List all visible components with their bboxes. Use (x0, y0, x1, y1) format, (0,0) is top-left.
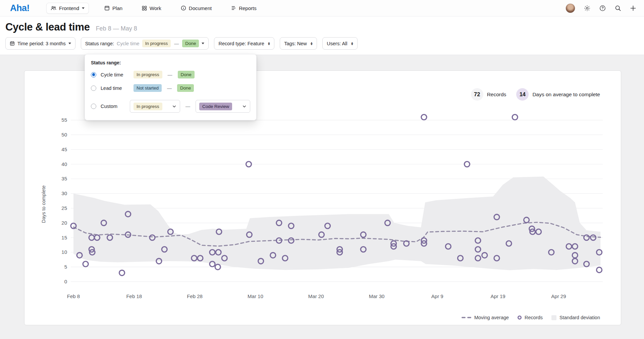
record-type-filter[interactable]: Record type: Feature ▲▼ (214, 37, 274, 50)
select-arrows-icon: ▲▼ (310, 42, 313, 45)
custom-from-select[interactable]: In progress (130, 100, 180, 113)
svg-text:Feb 28: Feb 28 (187, 293, 203, 299)
avg-days-stat: 14 Days on average to complete (516, 88, 600, 101)
status-badge-done: Done (178, 71, 195, 78)
svg-text:45: 45 (61, 147, 67, 152)
legend-label: Records (525, 315, 543, 320)
range-dash: — (167, 72, 173, 77)
page-header: Cycle & lead time Feb 8 — May 8 (0, 16, 644, 33)
workspace-switcher[interactable]: Frontend (46, 3, 89, 14)
legend-label: Moving average (474, 315, 509, 320)
custom-label: Custom (101, 104, 130, 109)
lead-time-radio[interactable] (91, 86, 96, 91)
nav-label-reports: Reports (239, 5, 257, 11)
legend-label: Standard deviation (559, 315, 600, 320)
users-filter[interactable]: Users: All ▲▼ (322, 37, 358, 50)
users-label: Users: All (327, 41, 347, 46)
svg-text:0: 0 (64, 279, 67, 284)
settings-gear-icon[interactable] (584, 5, 590, 11)
chart-legend: Moving average Records Standard deviatio… (462, 315, 600, 320)
svg-text:Days to complete: Days to complete (41, 185, 46, 223)
calendar-icon (10, 41, 15, 46)
records-count-badge: 72 (471, 88, 483, 101)
filter-bar: Time period: 3 months Status range: Cycl… (0, 33, 644, 55)
status-range-label: Status range: (85, 41, 114, 46)
svg-text:Mar 10: Mar 10 (248, 293, 263, 299)
tags-filter[interactable]: Tags: New ▲▼ (280, 37, 317, 50)
time-period-filter[interactable]: Time period: 3 months (5, 37, 75, 50)
status-badge-not-started: Not started (133, 84, 162, 92)
time-period-label: Time period: 3 months (17, 41, 66, 46)
nav-label-document: Document (189, 5, 212, 11)
records-stat: 72 Records (471, 88, 506, 101)
popover-title: Status range: (91, 60, 250, 65)
custom-radio[interactable] (91, 104, 96, 109)
svg-text:Mar 20: Mar 20 (308, 293, 324, 299)
svg-text:Mar 30: Mar 30 (369, 293, 385, 299)
record-type-label: Record type: Feature (218, 41, 264, 46)
user-avatar[interactable] (566, 4, 575, 13)
avg-days-badge: 14 (516, 88, 529, 101)
svg-text:55: 55 (61, 117, 67, 123)
nav-label-work: Work (150, 5, 161, 11)
svg-text:10: 10 (61, 249, 67, 255)
help-icon[interactable] (599, 5, 606, 11)
select-arrows-icon: ▲▼ (268, 42, 270, 45)
aha-logo[interactable]: Aha! (10, 3, 30, 13)
status-badge-in-progress: In progress (133, 71, 162, 78)
status-range-mode: Cycle time (117, 41, 140, 46)
nav-item-document[interactable]: Document (181, 5, 212, 11)
nav-item-plan[interactable]: Plan (104, 5, 122, 11)
grid-icon (142, 6, 147, 11)
status-badge-in-progress: In progress (133, 103, 162, 110)
summary-stats: 72 Records 14 Days on average to complet… (471, 88, 600, 101)
nav-item-reports[interactable]: Reports (231, 5, 257, 11)
page-title: Cycle & lead time (5, 21, 90, 33)
select-arrows-icon: ▲▼ (351, 42, 353, 45)
date-range: Feb 8 — May 8 (96, 25, 137, 32)
cycle-time-radio[interactable] (91, 72, 96, 77)
workspace-name: Frontend (59, 5, 79, 11)
status-range-filter[interactable]: Status range: Cycle time In progress — D… (81, 37, 209, 50)
lead-time-label: Lead time (101, 86, 133, 91)
option-custom: Custom In progress — Code Review (91, 100, 250, 113)
search-icon[interactable] (615, 5, 621, 11)
svg-text:30: 30 (61, 190, 67, 196)
svg-text:Apr 9: Apr 9 (431, 293, 443, 299)
svg-text:40: 40 (61, 161, 67, 167)
svg-text:15: 15 (61, 235, 67, 240)
top-nav: Aha! Frontend Plan (0, 0, 644, 16)
chevron-down-icon (242, 104, 247, 109)
svg-text:25: 25 (61, 205, 67, 211)
records-stat-label: Records (487, 92, 506, 98)
legend-moving-average: Moving average (462, 315, 509, 320)
legend-records: Records (518, 315, 543, 320)
plus-icon[interactable] (630, 5, 636, 11)
custom-to-select[interactable]: Code Review (196, 100, 250, 113)
svg-text:Apr 29: Apr 29 (551, 293, 566, 299)
nav-right-cluster (566, 4, 636, 13)
svg-text:Feb 8: Feb 8 (67, 293, 80, 299)
chevron-down-icon (68, 43, 71, 44)
reports-icon (231, 6, 236, 10)
option-lead-time: Lead time Not started — Done (91, 84, 250, 92)
chevron-down-icon (82, 7, 85, 9)
status-range-popover: Status range: Cycle time In progress — D… (85, 54, 257, 120)
svg-text:5: 5 (64, 264, 67, 270)
status-badge-from: In progress (142, 40, 171, 47)
dash-swatch-icon (462, 317, 471, 318)
avg-days-stat-label: Days on average to complete (532, 92, 600, 98)
calendar-icon (104, 5, 110, 11)
option-cycle-time: Cycle time In progress — Done (91, 71, 250, 78)
square-swatch-icon (551, 315, 556, 320)
nav-label-plan: Plan (112, 5, 122, 11)
status-badge-done: Done (177, 84, 194, 92)
range-dash: — (166, 86, 172, 91)
svg-text:Apr 19: Apr 19 (490, 293, 505, 299)
svg-text:20: 20 (61, 220, 67, 226)
range-dash: — (173, 41, 179, 46)
tags-label: Tags: New (284, 41, 307, 46)
chevron-down-icon (172, 104, 176, 109)
svg-text:50: 50 (61, 132, 67, 137)
nav-item-work[interactable]: Work (142, 5, 161, 11)
